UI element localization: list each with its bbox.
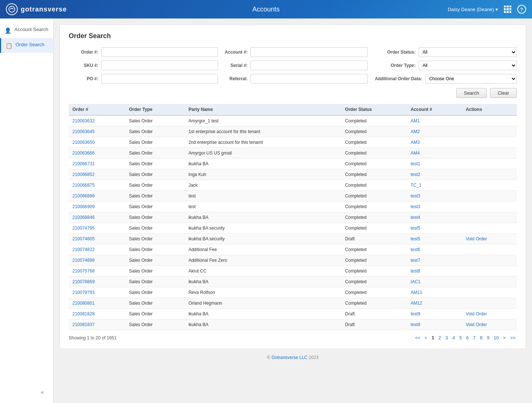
footer-link[interactable]: Gotransverse LLC (272, 355, 307, 360)
order-num-link[interactable]: 210063650 (72, 140, 95, 145)
action-cell (462, 202, 517, 212)
order-num-link[interactable]: 210068846 (72, 215, 95, 220)
status-cell: Completed (341, 223, 407, 234)
order-num-link[interactable]: 210063645 (72, 129, 95, 134)
order-num-link[interactable]: 210066852 (72, 172, 95, 177)
logo[interactable]: gotransverse (6, 3, 67, 15)
account-num-link[interactable]: test6 (410, 247, 420, 252)
serial-input[interactable] (250, 61, 367, 70)
pagination-next[interactable]: > (502, 335, 507, 341)
void-order-link[interactable]: Void Order (466, 311, 487, 316)
pagination-page-9[interactable]: 9 (485, 335, 491, 341)
order-num-link[interactable]: 210079793 (72, 290, 95, 295)
account-num-link[interactable]: test5 (410, 236, 420, 241)
account-num-link[interactable]: AM3 (410, 140, 420, 145)
account-num-link[interactable]: test8 (410, 268, 420, 274)
po-input[interactable] (101, 74, 218, 84)
account-num-link[interactable]: test5 (410, 226, 420, 231)
action-cell (462, 137, 517, 148)
sku-input[interactable] (101, 61, 218, 70)
status-cell: Completed (341, 126, 407, 137)
account-num-link[interactable]: test3 (410, 204, 420, 209)
table-row: 210081837 Sales Order ikukha BA Draft te… (69, 319, 517, 330)
order-num-link[interactable]: 210081828 (72, 311, 95, 316)
referral-input[interactable] (250, 74, 367, 84)
account-num-link[interactable]: AM4 (410, 150, 420, 156)
account-num-link[interactable]: test2 (410, 172, 420, 177)
order-num-link[interactable]: 210066909 (72, 204, 95, 209)
clear-button[interactable]: Clear (490, 88, 517, 98)
status-cell: Draft (341, 309, 407, 319)
order-type-cell: Sales Order (125, 202, 185, 212)
table-row: 210066909 Sales Order test Completed tes… (69, 202, 517, 212)
header-right: Daisy Deane (Deane) ▾ ? (448, 5, 526, 14)
pagination-page-10[interactable]: 10 (492, 335, 500, 341)
order-num-link[interactable]: 210066899 (72, 193, 95, 199)
order-type-cell: Sales Order (125, 287, 185, 298)
page-title: Order Search (69, 32, 517, 40)
order-num-link[interactable]: 210075768 (72, 268, 95, 274)
order-num-link[interactable]: 210063632 (72, 118, 95, 123)
action-cell (462, 115, 517, 126)
sidebar-item-label: Account Search (14, 27, 48, 33)
account-num-link[interactable]: TC_1 (410, 183, 421, 188)
status-cell: Completed (341, 169, 407, 180)
pagination-page-7[interactable]: 7 (472, 335, 477, 341)
sidebar-collapse-button[interactable]: « (41, 389, 44, 396)
search-button[interactable]: Search (456, 88, 487, 98)
order-num-link[interactable]: 210074898 (72, 258, 95, 263)
void-order-link[interactable]: Void Order (466, 236, 487, 241)
account-num-link[interactable]: AM12 (410, 301, 422, 306)
help-icon[interactable]: ? (517, 5, 526, 14)
account-num-link[interactable]: test1 (410, 161, 420, 166)
order-num-link[interactable]: 210080801 (72, 301, 95, 306)
order-num-link[interactable]: 210078869 (72, 279, 95, 284)
user-menu[interactable]: Daisy Deane (Deane) ▾ (448, 7, 498, 12)
sidebar-item-account-search[interactable]: 👤 Account Search (0, 23, 53, 38)
account-number-input[interactable] (250, 47, 367, 57)
account-num-link[interactable]: AM2 (410, 129, 420, 134)
order-num-link[interactable]: 210066875 (72, 183, 95, 188)
party-name-cell: ikukha BA (185, 277, 341, 287)
account-num-link[interactable]: AM11 (410, 290, 422, 295)
order-num-link[interactable]: 210081837 (72, 322, 95, 327)
account-num-link[interactable]: test9 (410, 311, 420, 316)
account-num-link[interactable]: test4 (410, 215, 420, 220)
pagination-page-2[interactable]: 2 (437, 335, 443, 341)
additional-order-data-select[interactable]: Choose One (425, 74, 517, 84)
account-num-link[interactable]: AM1 (410, 118, 420, 123)
account-num-link[interactable]: test7 (410, 258, 420, 263)
pagination-first[interactable]: << (413, 335, 422, 341)
order-status-field-row: Order Status: All Completed Draft Pendin… (375, 47, 517, 57)
pagination-page-4[interactable]: 4 (451, 335, 456, 341)
order-num-link[interactable]: 210074805 (72, 236, 95, 241)
account-num-link[interactable]: test9 (410, 322, 420, 327)
order-num-link[interactable]: 210074822 (72, 247, 95, 252)
order-num-link[interactable]: 210074795 (72, 226, 95, 231)
apps-icon[interactable] (504, 6, 511, 13)
order-type-label: Order Type: (375, 63, 416, 68)
status-cell: Completed (341, 148, 407, 159)
void-order-link[interactable]: Void Order (466, 322, 487, 327)
pagination-page-6[interactable]: 6 (465, 335, 470, 341)
account-num-link[interactable]: IAC1 (410, 279, 420, 284)
sidebar-item-order-search[interactable]: 📋 Order Search (0, 38, 53, 53)
pagination-page-8[interactable]: 8 (478, 335, 484, 341)
po-label: PO #: (69, 76, 98, 81)
pagination-page-5[interactable]: 5 (458, 335, 463, 341)
account-icon: 👤 (4, 27, 11, 34)
header-title: Accounts (252, 6, 280, 13)
order-num-link[interactable]: 210063666 (72, 150, 95, 156)
pagination-page-3[interactable]: 3 (444, 335, 450, 341)
order-num-link[interactable]: 210066731 (72, 161, 95, 166)
account-num-link[interactable]: test3 (410, 193, 420, 199)
order-type-select[interactable]: All Sales Order Return Order (419, 61, 517, 70)
account-number-field-row: Account #: (218, 47, 367, 57)
table-row: 210074898 Sales Order Additional Fee Zer… (69, 255, 517, 266)
order-status-label: Order Status: (375, 50, 416, 55)
order-number-input[interactable] (101, 47, 218, 57)
pagination-prev[interactable]: < (423, 335, 429, 341)
pagination-last[interactable]: >> (509, 335, 517, 341)
order-status-select[interactable]: All Completed Draft Pending Cancelled (419, 47, 517, 57)
table-row: 210063632 Sales Order Amyrgor_1 test Com… (69, 115, 517, 126)
